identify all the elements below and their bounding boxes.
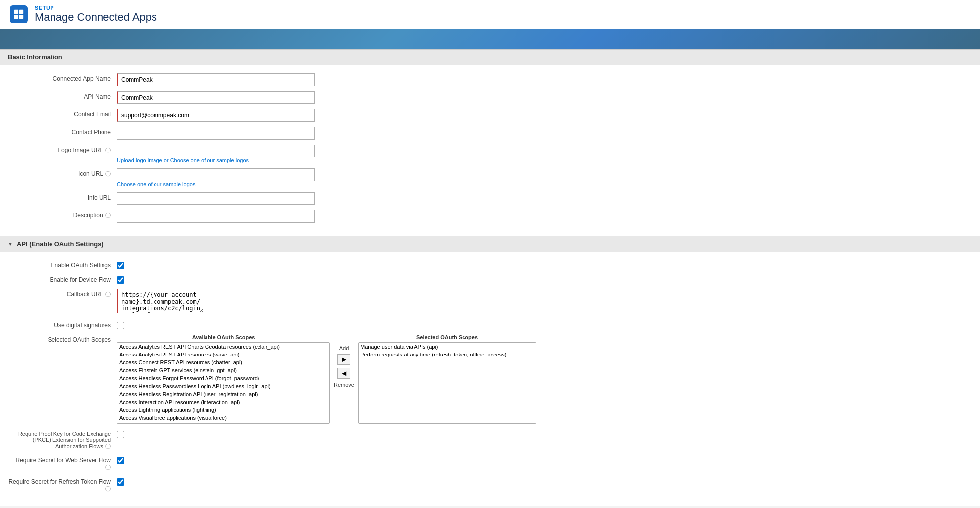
remove-label: Remove [334,382,354,388]
description-help-icon: ⓘ [105,212,111,218]
refresh-token-flow-row: Require Secret for Refresh Token Flow ⓘ [0,476,980,493]
icon-url-label: Icon URL ⓘ [8,168,117,178]
digital-signatures-row: Use digital signatures [0,320,980,329]
device-flow-label: Enable for Device Flow [8,274,117,283]
available-scopes-title: Available OAuth Scopes [192,334,255,340]
contact-email-input[interactable] [117,109,315,122]
svg-rect-2 [14,15,18,19]
refresh-token-flow-label: Require Secret for Refresh Token Flow ⓘ [8,476,117,493]
basic-info-header: Basic Information [0,49,980,65]
digital-signatures-checkbox[interactable] [117,322,124,329]
icon-url-input[interactable] [117,168,315,181]
web-server-flow-label: Require Secret for Web Server Flow ⓘ [8,455,117,471]
oauth-section-title: API (Enable OAuth Settings) [17,240,103,248]
enable-oauth-checkbox[interactable] [117,262,124,269]
web-server-flow-checkbox[interactable] [117,457,124,464]
logo-image-url-control: Upload logo image or Choose one of our s… [117,145,315,163]
basic-info-title: Basic Information [8,53,62,61]
web-server-flow-row: Require Secret for Web Server Flow ⓘ [0,455,980,471]
logo-sample-link[interactable]: Choose one of our sample logos [170,157,249,163]
setup-label: SETUP [35,5,157,11]
connected-app-name-input[interactable] [117,73,315,86]
contact-email-label: Contact Email [8,109,117,118]
api-name-label: API Name [8,91,117,100]
oauth-form: Enable OAuth Settings Enable for Device … [0,252,980,506]
oauth-section-header: ▼ API (Enable OAuth Settings) [0,236,980,252]
callback-url-control: https://{your_account_name}.td.commpeak.… [117,289,204,315]
icon-help-icon: ⓘ [105,171,111,177]
description-label: Description ⓘ [8,210,117,219]
contact-phone-input[interactable] [117,127,315,140]
available-scopes-list[interactable]: Access Analytics REST API Charts Geodata… [117,342,330,424]
contact-phone-label: Contact Phone [8,127,117,136]
connected-app-name-control [117,73,315,86]
contact-phone-control [117,127,315,140]
web-server-flow-control [117,455,124,464]
add-scope-button[interactable]: ▶ [337,354,350,365]
refresh-token-help-icon: ⓘ [105,486,111,492]
pkce-control [117,429,124,438]
svg-rect-3 [19,15,23,19]
available-scopes-container: Available OAuth Scopes Access Analytics … [117,334,330,424]
info-url-row: Info URL [0,192,980,205]
connected-app-name-label: Connected App Name [8,73,117,82]
pkce-row: Require Proof Key for Code Exchange (PKC… [0,429,980,450]
icon-sample-link[interactable]: Choose one of our sample logos [117,181,195,187]
web-server-help-icon: ⓘ [105,464,111,470]
refresh-token-flow-control [117,476,124,486]
description-row: Description ⓘ [0,210,980,223]
app-icon [10,5,28,23]
icon-url-control: Choose one of our sample logos [117,168,315,187]
logo-image-url-input[interactable] [117,145,315,157]
digital-signatures-label: Use digital signatures [8,320,117,329]
api-name-row: API Name [0,91,980,104]
contact-email-control [117,109,315,122]
oauth-scopes-label: Selected OAuth Scopes [8,334,117,343]
callback-url-textarea[interactable]: https://{your_account_name}.td.commpeak.… [117,289,204,313]
selected-scopes-title: Selected OAuth Scopes [416,334,478,340]
basic-info-form: Connected App Name API Name Contact Emai… [0,65,980,236]
header: SETUP Manage Connected Apps [0,0,980,29]
page-title: Manage Connected Apps [35,11,157,24]
enable-oauth-row: Enable OAuth Settings [0,260,980,269]
scope-buttons: Add ▶ ◀ Remove [330,334,358,388]
oauth-scopes-row: Selected OAuth Scopes Available OAuth Sc… [0,334,980,424]
logo-image-url-label: Logo Image URL ⓘ [8,145,117,154]
device-flow-control [117,274,124,284]
svg-rect-0 [14,10,18,14]
header-text: SETUP Manage Connected Apps [35,5,157,24]
oauth-section: ▼ API (Enable OAuth Settings) Enable OAu… [0,236,980,506]
icon-url-row: Icon URL ⓘ Choose one of our sample logo… [0,168,980,187]
digital-signatures-control [117,320,124,329]
api-name-input[interactable] [117,91,315,104]
connected-app-name-row: Connected App Name [0,73,980,86]
info-url-input[interactable] [117,192,315,205]
logo-help-icon: ⓘ [105,147,111,153]
contact-email-row: Contact Email [0,109,980,122]
logo-helper-text: Upload logo image or Choose one of our s… [117,157,315,163]
remove-scope-button[interactable]: ◀ [337,368,350,379]
api-name-control [117,91,315,104]
device-flow-row: Enable for Device Flow [0,274,980,284]
svg-rect-1 [19,10,23,14]
info-url-label: Info URL [8,192,117,201]
oauth-toggle-icon[interactable]: ▼ [8,241,13,247]
decorative-banner [0,29,980,49]
description-control [117,210,315,223]
selected-scopes-list[interactable]: Manage user data via APIs (api)Perform r… [358,342,536,424]
info-url-control [117,192,315,205]
refresh-token-flow-checkbox[interactable] [117,478,124,486]
pkce-label: Require Proof Key for Code Exchange (PKC… [8,429,117,450]
description-input[interactable] [117,210,315,223]
basic-info-section: Basic Information Connected App Name API… [0,49,980,236]
contact-phone-row: Contact Phone [0,127,980,140]
pkce-checkbox[interactable] [117,431,124,438]
device-flow-checkbox[interactable] [117,276,124,284]
upload-logo-link[interactable]: Upload logo image [117,157,162,163]
logo-image-url-row: Logo Image URL ⓘ Upload logo image or Ch… [0,145,980,163]
callback-url-row: Callback URL ⓘ https://{your_account_nam… [0,289,980,315]
icon-helper-text: Choose one of our sample logos [117,181,315,187]
callback-url-label: Callback URL ⓘ [8,289,117,298]
selected-scopes-container: Selected OAuth Scopes Manage user data v… [358,334,536,424]
enable-oauth-label: Enable OAuth Settings [8,260,117,269]
